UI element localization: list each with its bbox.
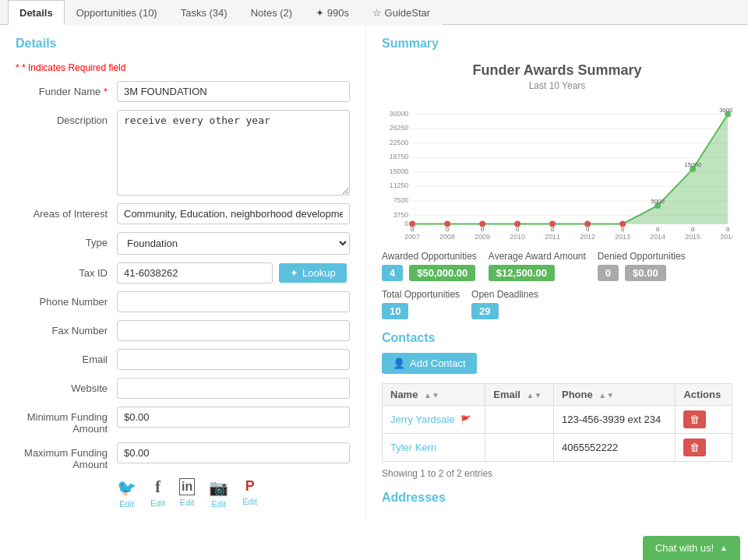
- min-funding-row: Minimum FundingAmount: [16, 407, 350, 435]
- areas-input[interactable]: [117, 203, 350, 224]
- tax-id-input[interactable]: [117, 262, 273, 284]
- denied-values: 0 $0.00: [598, 265, 686, 281]
- max-funding-input[interactable]: [117, 442, 350, 463]
- chart-subtitle: Last 10 Years: [382, 80, 732, 91]
- svg-text:0: 0: [411, 226, 415, 233]
- min-funding-label: Minimum FundingAmount: [16, 407, 117, 435]
- tab-990s[interactable]: ✦ 990s: [304, 0, 361, 25]
- svg-text:0: 0: [691, 226, 695, 233]
- contact-phone-cell-1: 123-456-3939 ext 234: [553, 406, 676, 434]
- average-amount: $12,500.00: [489, 265, 555, 281]
- max-funding-row: Maximum FundingAmount: [16, 442, 350, 470]
- svg-text:7500: 7500: [393, 196, 409, 204]
- type-label: Type: [16, 232, 117, 248]
- social-twitter: 🐦 Edit: [117, 478, 136, 509]
- svg-text:2016: 2016: [720, 233, 732, 239]
- name-sort-icon: ▲▼: [424, 391, 439, 400]
- phone-input[interactable]: [117, 291, 350, 312]
- table-row: Jerry Yardsale 🚩 123-456-3939 ext 234 🗑: [383, 406, 732, 434]
- social-pinterest: P Edit: [242, 478, 257, 509]
- svg-text:2009: 2009: [475, 233, 490, 239]
- tab-guidestar[interactable]: ☆ GuideStar: [361, 0, 442, 25]
- open-count: 29: [471, 303, 498, 319]
- svg-text:3750: 3750: [393, 211, 409, 219]
- denied-group: Denied Opportunities 0 $0.00: [598, 251, 686, 281]
- svg-text:5000: 5000: [651, 198, 665, 205]
- tab-notes[interactable]: Notes (2): [239, 0, 304, 25]
- delete-contact-button-2[interactable]: 🗑: [683, 438, 706, 456]
- contact-actions-cell-1: 🗑: [676, 406, 732, 434]
- table-row: Tyler Kern 4065552222 🗑: [383, 434, 732, 462]
- description-input[interactable]: receive every other year: [117, 110, 350, 195]
- tax-id-label: Tax ID: [16, 262, 117, 279]
- facebook-edit-link[interactable]: Edit: [150, 498, 165, 508]
- awarded-amount: $50,000.00: [409, 265, 475, 281]
- svg-text:30000: 30000: [390, 110, 409, 118]
- total-count: 10: [382, 303, 408, 319]
- chart-title: Funder Awards Summary: [382, 62, 732, 79]
- tax-id-group: ✦ Lookup: [117, 262, 347, 284]
- total-label: Total Opportunities: [382, 289, 460, 300]
- delete-contact-button-1[interactable]: 🗑: [683, 410, 706, 428]
- col-name[interactable]: Name ▲▼: [383, 384, 485, 406]
- required-note: * * Indicates Required field: [16, 62, 350, 73]
- awarded-values: 4 $50,000.00: [382, 265, 477, 281]
- funder-name-input[interactable]: [117, 81, 350, 102]
- areas-label: Areas of Interest: [16, 203, 117, 220]
- svg-text:2010: 2010: [510, 233, 525, 239]
- twitter-edit-link[interactable]: Edit: [119, 499, 134, 509]
- contact-name-cell-2: Tyler Kern: [383, 434, 485, 462]
- tabs-container: Details Opportunities (10) Tasks (34) No…: [0, 0, 748, 25]
- add-contact-button[interactable]: 👤 Add Contact: [382, 353, 477, 374]
- linkedin-edit-link[interactable]: Edit: [180, 498, 195, 507]
- svg-text:0: 0: [446, 226, 450, 233]
- description-row: Description receive every other year: [16, 110, 350, 195]
- guidestar-icon: ☆: [372, 7, 385, 19]
- tab-bar: Details Opportunities (10) Tasks (34) No…: [0, 0, 748, 25]
- phone-row: Phone Number: [16, 291, 350, 312]
- svg-text:0: 0: [404, 220, 408, 227]
- funder-name-row: Funder Name *: [16, 81, 350, 102]
- tab-tasks[interactable]: Tasks (34): [169, 0, 239, 25]
- svg-marker-18: [412, 114, 728, 224]
- col-phone[interactable]: Phone ▲▼: [553, 384, 676, 406]
- svg-text:0: 0: [726, 226, 730, 233]
- min-funding-input[interactable]: [117, 407, 350, 428]
- required-star: *: [16, 62, 19, 73]
- contacts-table: Name ▲▼ Email ▲▼ Phone ▲▼ Actions: [382, 383, 732, 462]
- person-icon: 👤: [393, 357, 405, 369]
- awards-chart: 30000 26250 22500 18750 15000 11250 7500…: [382, 99, 732, 239]
- instagram-icon: 📷: [209, 478, 228, 497]
- fax-input[interactable]: [117, 320, 350, 341]
- email-input[interactable]: [117, 349, 350, 370]
- col-email[interactable]: Email ▲▼: [485, 384, 554, 406]
- svg-text:0: 0: [621, 226, 625, 233]
- phone-sort-icon: ▲▼: [598, 391, 614, 400]
- website-input[interactable]: [117, 378, 350, 399]
- showing-text: Showing 1 to 2 of 2 entries: [382, 468, 732, 479]
- star-icon: ✦: [316, 7, 327, 19]
- fax-label: Fax Number: [16, 320, 117, 336]
- svg-text:2008: 2008: [439, 233, 455, 239]
- lookup-button[interactable]: ✦ Lookup: [279, 263, 347, 283]
- contacts-header-row: Name ▲▼ Email ▲▼ Phone ▲▼ Actions: [383, 384, 732, 406]
- social-row: 🐦 Edit f Edit in Edit 📷 Edit P Edit: [117, 478, 350, 509]
- type-select[interactable]: Foundation Corporation Government Indivi…: [117, 232, 350, 255]
- email-row: Email: [16, 349, 350, 370]
- tab-opportunities[interactable]: Opportunities (10): [65, 0, 169, 25]
- svg-text:0: 0: [551, 226, 555, 233]
- awarded-label: Awarded Opportunities: [382, 251, 477, 262]
- svg-text:22500: 22500: [390, 139, 409, 146]
- instagram-edit-link[interactable]: Edit: [211, 499, 226, 509]
- pinterest-edit-link[interactable]: Edit: [242, 497, 257, 506]
- social-linkedin: in Edit: [179, 478, 195, 509]
- tab-details[interactable]: Details: [8, 0, 65, 25]
- svg-text:0: 0: [656, 226, 660, 233]
- svg-text:26250: 26250: [390, 124, 409, 132]
- contact-email-cell-1: [485, 406, 554, 434]
- main-content: Details * * Indicates Required field Fun…: [0, 25, 748, 520]
- contact-phone-cell-2: 4065552222: [553, 434, 676, 462]
- svg-text:2012: 2012: [580, 233, 595, 239]
- contact-name-link-1[interactable]: Jerry Yardsale: [390, 414, 455, 425]
- contact-name-link-2[interactable]: Tyler Kern: [390, 442, 436, 453]
